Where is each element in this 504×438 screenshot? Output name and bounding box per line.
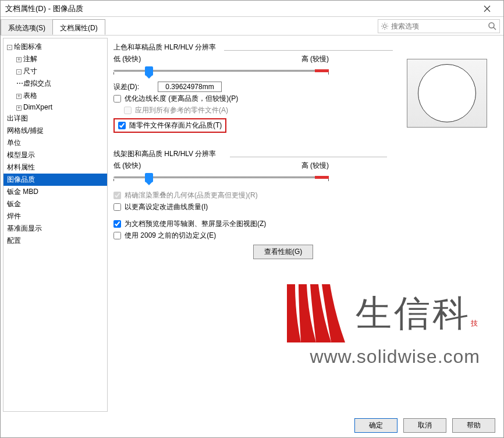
pre2009-label: 使用 2009 之前的切边定义(E)	[125, 231, 216, 241]
search-icon	[488, 22, 497, 31]
tabs: 系统选项(S) 文档属性(D)	[1, 17, 105, 35]
tree-item[interactable]: 材料属性	[3, 161, 107, 174]
apply-all-label: 应用到所有参考的零件文件(A)	[135, 105, 228, 115]
cancel-button[interactable]: 取消	[403, 418, 446, 433]
slider2[interactable]	[113, 172, 329, 183]
content: -绘图标准+注解-尺寸⋯虚拟交点+表格+DimXpert出详图网格线/捕捉单位模…	[1, 36, 503, 414]
help-button[interactable]: 帮助	[452, 418, 495, 433]
slider1-high: 高 (较慢)	[301, 54, 329, 64]
svg-point-0	[383, 24, 386, 27]
deviation-label: 误差(D):	[113, 82, 139, 92]
section2-title: 线架图和高品质 HLR/HLV 分辨率	[113, 149, 492, 159]
tree-item[interactable]: -尺寸	[3, 65, 107, 77]
close-button[interactable]	[475, 1, 499, 17]
section1-title: 上色和草稿品质 HLR/HLV 分辨率	[113, 43, 492, 52]
highlighted-option: 随零件文件保存面片化品质(T)	[113, 118, 226, 133]
footer-buttons: 确定 取消 帮助	[354, 418, 495, 433]
titlebar: 文档属性(D) - 图像品质	[1, 1, 503, 17]
tree-item[interactable]: 钣金	[3, 198, 107, 210]
tab-document-properties[interactable]: 文档属性(D)	[52, 19, 105, 35]
tree-item[interactable]: 焊件	[3, 210, 107, 222]
deviation-input[interactable]	[158, 82, 222, 92]
iso-preview-checkbox[interactable]	[113, 220, 121, 228]
tree-item[interactable]: +注解	[3, 53, 107, 65]
save-tessellation-checkbox[interactable]	[118, 122, 126, 129]
preview-circle	[418, 64, 476, 122]
iso-preview-label: 为文档预览使用等轴测、整屏显示全图视图(Z)	[125, 219, 266, 229]
tree-item[interactable]: 配置	[3, 235, 107, 247]
tree-item[interactable]: 图像品质	[3, 174, 107, 186]
slider2-high: 高 (较慢)	[301, 161, 329, 171]
watermark-cn: 生信科技	[356, 289, 480, 338]
logo-icon	[281, 284, 345, 342]
save-tessellation-label: 随零件文件保存面片化品质(T)	[129, 121, 222, 130]
gear-icon	[381, 22, 389, 30]
tree-item[interactable]: ⋯虚拟交点	[3, 77, 107, 90]
tree-item[interactable]: 出详图	[3, 112, 107, 125]
apply-all-checkbox	[124, 107, 132, 114]
tree-item[interactable]: 钣金 MBD	[3, 186, 107, 198]
tree-item[interactable]: 网格线/捕捉	[3, 125, 107, 137]
toolbar: 系统选项(S) 文档属性(D)	[1, 17, 503, 36]
tree-item[interactable]: +DimXpert	[3, 102, 107, 112]
tree-item[interactable]: -绘图标准	[3, 41, 107, 53]
ok-button[interactable]: 确定	[354, 418, 397, 433]
watermark-url: www.solidwise.com	[281, 346, 480, 368]
watermark: 生信科技 www.solidwise.com	[281, 284, 480, 368]
tab-system-options[interactable]: 系统选项(S)	[1, 19, 53, 35]
search-input[interactable]	[391, 22, 485, 30]
higher-curve-checkbox[interactable]	[113, 203, 121, 211]
accurate-render-checkbox	[113, 192, 121, 199]
accurate-render-label: 精确渲染重叠的几何体(品质更高但更慢)(R)	[125, 190, 258, 200]
separator	[224, 50, 393, 51]
slider1-low: 低 (较快)	[113, 54, 141, 64]
pre2009-checkbox[interactable]	[113, 232, 121, 239]
search-box[interactable]	[378, 19, 500, 33]
optimize-edge-checkbox[interactable]	[113, 95, 121, 103]
window-title: 文档属性(D) - 图像品质	[5, 3, 475, 14]
svg-point-1	[489, 23, 494, 28]
tree-item[interactable]: 模型显示	[3, 149, 107, 161]
tree-item[interactable]: 单位	[3, 137, 107, 149]
separator2	[230, 157, 387, 157]
close-icon	[484, 5, 491, 12]
view-performance-button[interactable]: 查看性能(G)	[253, 245, 313, 259]
tree-item[interactable]: 基准面显示	[3, 222, 107, 235]
slider1[interactable]	[113, 65, 329, 77]
category-tree[interactable]: -绘图标准+注解-尺寸⋯虚拟交点+表格+DimXpert出详图网格线/捕捉单位模…	[3, 38, 108, 412]
main-panel: 上色和草稿品质 HLR/HLV 分辨率 低 (较快) 高 (较慢) 误差(D):…	[110, 36, 503, 414]
optimize-edge-label: 优化边线长度 (更高品质，但较慢)(P)	[125, 94, 238, 104]
preview-pane	[407, 59, 487, 128]
tree-item[interactable]: +表格	[3, 90, 107, 102]
higher-curve-label: 以更高设定改进曲线质量(I)	[125, 202, 208, 212]
slider2-low: 低 (较快)	[113, 161, 141, 171]
